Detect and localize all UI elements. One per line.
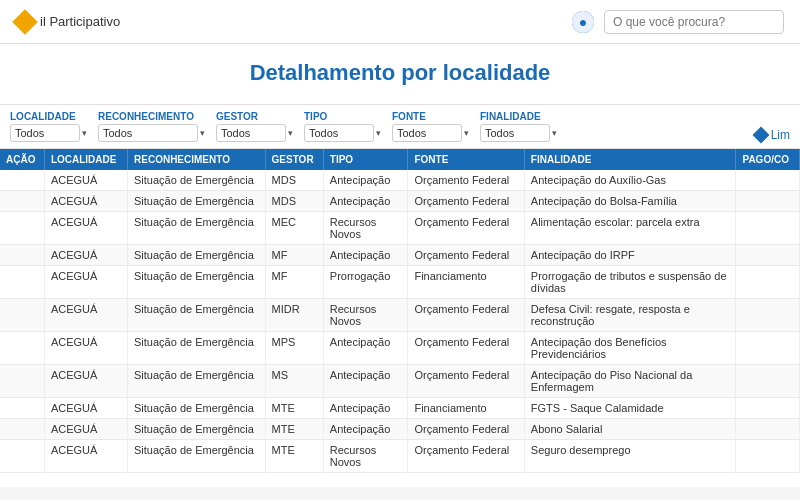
table-row: ACEGUÁ Situação de Emergência MTE Recurs… <box>0 440 800 473</box>
filter-localidade-select[interactable]: Todos <box>10 124 80 142</box>
table-row: ACEGUÁ Situação de Emergência MDS Anteci… <box>0 170 800 191</box>
cell-gestor: MDS <box>265 170 323 191</box>
cell-pago <box>736 245 800 266</box>
cell-acao <box>0 191 44 212</box>
table-row: ACEGUÁ Situação de Emergência MIDR Recur… <box>0 299 800 332</box>
cell-localidade: ACEGUÁ <box>44 365 127 398</box>
cell-gestor: MTE <box>265 398 323 419</box>
cell-pago <box>736 299 800 332</box>
table-header-row: AÇÃO LOCALIDADE RECONHECIMENTO GESTOR TI… <box>0 149 800 170</box>
filter-label-reconhecimento: RECONHECIMENTO <box>98 111 208 122</box>
filter-gestor-wrap: Todos <box>216 124 296 142</box>
filter-group-finalidade: FINALIDADE Todos <box>480 111 560 142</box>
filter-finalidade-wrap: Todos <box>480 124 560 142</box>
cell-localidade: ACEGUÁ <box>44 299 127 332</box>
cell-finalidade: Antecipação do IRPF <box>524 245 736 266</box>
cell-tipo: Recursos Novos <box>323 440 408 473</box>
filter-reconhecimento-select[interactable]: Todos <box>98 124 198 142</box>
cell-fonte: Orçamento Federal <box>408 419 524 440</box>
th-pago: PAGO/CO <box>736 149 800 170</box>
cell-fonte: Orçamento Federal <box>408 212 524 245</box>
page-title-area: Detalhamento por localidade <box>0 44 800 105</box>
cell-gestor: MTE <box>265 440 323 473</box>
filter-group-tipo: TIPO Todos <box>304 111 384 142</box>
cell-reconhecimento: Situação de Emergência <box>128 440 266 473</box>
cell-finalidade: Defesa Civil: resgate, resposta e recons… <box>524 299 736 332</box>
search-input[interactable] <box>604 10 784 34</box>
cell-reconhecimento: Situação de Emergência <box>128 170 266 191</box>
cell-tipo: Recursos Novos <box>323 299 408 332</box>
filter-finalidade-select[interactable]: Todos <box>480 124 550 142</box>
diamond-icon <box>752 127 769 144</box>
cell-localidade: ACEGUÁ <box>44 245 127 266</box>
filter-group-localidade: LOCALIDADE Todos <box>10 111 90 142</box>
th-fonte: FONTE <box>408 149 524 170</box>
th-localidade: LOCALIDADE <box>44 149 127 170</box>
filter-fonte-wrap: Todos <box>392 124 472 142</box>
cell-finalidade: Abono Salarial <box>524 419 736 440</box>
user-dot-icon: ● <box>572 11 594 33</box>
cell-acao <box>0 170 44 191</box>
clear-filters-label: Lim <box>771 128 790 142</box>
cell-localidade: ACEGUÁ <box>44 440 127 473</box>
filter-fonte-select[interactable]: Todos <box>392 124 462 142</box>
filter-gestor-select[interactable]: Todos <box>216 124 286 142</box>
cell-fonte: Orçamento Federal <box>408 365 524 398</box>
table-row: ACEGUÁ Situação de Emergência MPS Anteci… <box>0 332 800 365</box>
cell-fonte: Orçamento Federal <box>408 299 524 332</box>
table-container: AÇÃO LOCALIDADE RECONHECIMENTO GESTOR TI… <box>0 149 800 487</box>
cell-reconhecimento: Situação de Emergência <box>128 245 266 266</box>
cell-tipo: Antecipação <box>323 398 408 419</box>
table-row: ACEGUÁ Situação de Emergência MTE Anteci… <box>0 398 800 419</box>
cell-pago <box>736 332 800 365</box>
cell-gestor: MTE <box>265 419 323 440</box>
cell-localidade: ACEGUÁ <box>44 419 127 440</box>
cell-localidade: ACEGUÁ <box>44 332 127 365</box>
cell-tipo: Antecipação <box>323 365 408 398</box>
cell-gestor: MF <box>265 266 323 299</box>
table-row: ACEGUÁ Situação de Emergência MTE Anteci… <box>0 419 800 440</box>
filter-action-area: Lim <box>755 128 790 142</box>
th-gestor: GESTOR <box>265 149 323 170</box>
cell-acao <box>0 245 44 266</box>
cell-fonte: Orçamento Federal <box>408 245 524 266</box>
cell-pago <box>736 212 800 245</box>
filter-label-gestor: GESTOR <box>216 111 296 122</box>
filter-tipo-select[interactable]: Todos <box>304 124 374 142</box>
filter-label-fonte: FONTE <box>392 111 472 122</box>
cell-finalidade: Alimentação escolar: parcela extra <box>524 212 736 245</box>
cell-finalidade: Prorrogação de tributos e suspensão de d… <box>524 266 736 299</box>
cell-tipo: Antecipação <box>323 170 408 191</box>
cell-pago <box>736 398 800 419</box>
table-row: ACEGUÁ Situação de Emergência MEC Recurs… <box>0 212 800 245</box>
table-row: ACEGUÁ Situação de Emergência MF Antecip… <box>0 245 800 266</box>
cell-fonte: Orçamento Federal <box>408 170 524 191</box>
cell-fonte: Financiamento <box>408 266 524 299</box>
cell-gestor: MDS <box>265 191 323 212</box>
th-acao: AÇÃO <box>0 149 44 170</box>
cell-finalidade: Antecipação do Auxílio-Gas <box>524 170 736 191</box>
cell-pago <box>736 365 800 398</box>
filter-tipo-wrap: Todos <box>304 124 384 142</box>
filter-group-fonte: FONTE Todos <box>392 111 472 142</box>
th-reconhecimento: RECONHECIMENTO <box>128 149 266 170</box>
filter-label-localidade: LOCALIDADE <box>10 111 90 122</box>
cell-tipo: Recursos Novos <box>323 212 408 245</box>
user-avatar[interactable]: ● <box>572 11 594 33</box>
table-row: ACEGUÁ Situação de Emergência MF Prorrog… <box>0 266 800 299</box>
cell-pago <box>736 191 800 212</box>
th-finalidade: FINALIDADE <box>524 149 736 170</box>
app-name: il Participativo <box>40 14 120 29</box>
cell-pago <box>736 170 800 191</box>
cell-pago <box>736 440 800 473</box>
cell-finalidade: FGTS - Saque Calamidade <box>524 398 736 419</box>
cell-fonte: Orçamento Federal <box>408 440 524 473</box>
cell-gestor: MEC <box>265 212 323 245</box>
cell-gestor: MPS <box>265 332 323 365</box>
clear-filters-button[interactable]: Lim <box>755 128 790 142</box>
cell-pago <box>736 266 800 299</box>
cell-finalidade: Seguro desemprego <box>524 440 736 473</box>
cell-tipo: Antecipação <box>323 419 408 440</box>
filter-reconhecimento-wrap: Todos <box>98 124 208 142</box>
cell-finalidade: Antecipação do Bolsa-Família <box>524 191 736 212</box>
